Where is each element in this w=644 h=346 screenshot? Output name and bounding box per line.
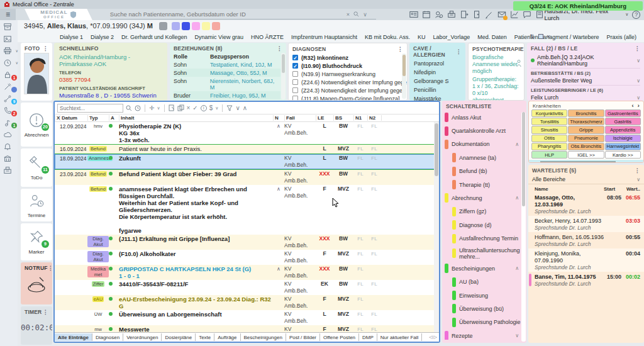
todo-card[interactable]: 11 ToDo [21,148,52,187]
schalter-item-befund-tb-[interactable]: Befund (tb) [442,165,526,178]
timeline-row[interactable]: eAU eAU-Erstbescheinigung 23.09.24 - 23.… [55,295,439,310]
diagnose-item[interactable]: ✓(I10.90) Bluthochdruck [289,62,407,70]
schalter-item-anlass-akut[interactable]: Anlass Akut [442,111,526,124]
view-tab-dynamic-view-grau[interactable]: Dynamic View grau [192,33,247,42]
schalter-item-abrechnung[interactable]: Abrechnung ∧ [442,191,526,204]
timeline-row[interactable]: Diag. Akut (F10.0) Alkoholkater KV Amb.B… [55,250,439,265]
emergency-button-icon[interactable] [26,275,47,294]
schalter-item-diagnose-d-[interactable]: Diagnose (d) [442,218,526,232]
clear-search-icon[interactable]: × [347,11,350,18]
fax-icon[interactable] [3,166,14,175]
edit-document-icon[interactable] [169,104,175,111]
patient-marker-chip[interactable] [192,22,200,30]
tab-scroll-arrows[interactable]: ◁ ▷ [429,335,439,340]
column-header-a[interactable]: A [109,115,119,121]
checkbox-icon[interactable] [292,71,298,77]
sort-icon[interactable]: ⇅ [530,33,535,40]
image-icon[interactable] [3,35,14,43]
schalter-item-überweisung-bü-[interactable]: Überweisung (bü) [442,302,526,315]
delete-icon[interactable]: × [187,104,191,111]
krankheit-button-bronchitis[interactable]: Bronchitis [568,109,604,117]
diagnosen-scrollbar[interactable] [402,53,406,99]
timeline-row[interactable]: Befund anamnsese Patient klagt über Erbr… [55,185,439,235]
patient-card-icon[interactable] [409,10,418,20]
filter-tab-diagnosen[interactable]: Diagnosen [92,333,123,341]
warteliste-row[interactable]: Hoffmann, Ben, 16.05.1936 Sprechstunde D… [528,232,644,248]
krankheit-button-thoraxschmerz[interactable]: Thoraxschmerz [568,118,604,125]
timeline-row[interactable]: Medika met GRIPPOSTAD C HARTKAPSELN HKP … [55,265,439,280]
krankheit-button-igel-[interactable]: IGEL >> [568,151,604,159]
krankheit-button-hlp[interactable]: HLP [531,151,567,159]
diagnose-item[interactable]: (Z24.6) Notwendigkeit einer Impfung gege… [289,78,407,86]
schalter-item-ultraschalluntersuchung-mehre-[interactable]: Ultraschalluntersuchung mehre... [442,245,526,262]
allergy-item[interactable]: Gelborange S [409,77,465,86]
timeline-row[interactable]: Diag. Akut (J11.1) Erkältung mit Grippe … [55,235,439,250]
column-header-n2[interactable]: N2 [367,115,381,121]
schalter-item-überweisung-pathologie[interactable]: Überweisung Pathologie [442,316,526,329]
fax-icon[interactable] [447,10,456,20]
patient-name[interactable]: Alles, Klaus [47,22,86,30]
signature-icon[interactable] [484,10,494,20]
column-header-le[interactable]: LE [316,115,333,121]
beziehungen-scrollbar[interactable] [281,53,286,99]
phone-icon[interactable]: 2 [3,106,14,115]
schalterliste-scrollbar[interactable] [521,112,526,342]
marker-card[interactable]: 9 Marker [21,223,52,260]
patient-phone[interactable]: 0385 77094 [55,75,166,84]
timeline-row[interactable]: 18.09.2024 Anamnese Zukunft KV Amb.Beh. … [55,154,439,169]
column-header-bs[interactable]: BS [333,115,353,121]
checkbox-icon[interactable]: ✓ [292,55,298,60]
warteliste-row[interactable]: Banse, Tim, 11.04.1975 Sprechstunde Dr. … [528,272,644,288]
logout-door-icon[interactable] [472,10,481,20]
column-header-datum[interactable]: Datum [60,115,87,121]
view-tab-hno-rzte[interactable]: HNO ÄRZTE [248,33,287,42]
close-small-icon[interactable]: × [547,33,550,40]
lock-icon[interactable]: 1 [3,70,14,79]
abrechnen-card[interactable]: 20 Abrechnen [21,103,52,147]
view-tab-med-daten[interactable]: Med. Daten [474,33,510,42]
timeline-search-input[interactable] [57,104,123,113]
foto-menu-icon[interactable]: ⋮ [43,47,48,50]
filter-tab-verordnungen[interactable]: Verordnungen [123,333,162,341]
collapse-icon[interactable]: ∧ [277,266,280,272]
beziehungen-row[interactable]: SohnNierenstein, Norbert, 68J, M [174,77,280,91]
column-header-n[interactable]: N [273,115,284,121]
beziehungen-menu-icon[interactable]: ⋮ [277,47,282,50]
timeline-row[interactable]: 16.09.2024 Befund Patient war heute in d… [55,145,439,153]
patient-marker-chip[interactable] [202,22,210,30]
warteliste-row[interactable]: Massage, Otto, 12.03.1969 Sprechstunde D… [528,193,644,216]
schalter-item-bescheinigungen[interactable]: Bescheinigungen ∧ [442,262,526,275]
filter-tab-aufträge[interactable]: Aufträge [214,333,240,341]
patient-avatar[interactable] [24,53,49,94]
view-tab-dr-gerhardt-und-kollegen[interactable]: Dr. Gerhardt und Kollegen [118,33,191,42]
view-tab-patientenmanagment-wartebere[interactable]: Patientenmanagment / Wartebere [511,33,602,42]
beziehungen-row[interactable]: BruderFreibier, Hugo, 95J, M [174,91,280,99]
cloud-icon[interactable] [3,130,14,139]
filter-tab-post-bilder[interactable]: Post / Bilder [286,333,320,341]
schalter-item-au-ba-[interactable]: AU (ba) [442,276,526,289]
krankheit-button-tonsillitis[interactable]: Tonsillitis [531,118,567,125]
krankheit-button-konjunktivitis[interactable]: Konjunktivitis [531,109,567,117]
mail-icon[interactable] [497,10,506,20]
patient-marker-chip[interactable] [212,22,220,30]
view-tab-praxis-alle-[interactable]: Praxis (alle) [603,33,640,42]
beziehungen-row[interactable]: SohnMassage, Otto, 55J, M [174,69,280,77]
view-tab-kb-mit-doku-ass-[interactable]: KB mit Doku. Ass. [362,33,413,42]
schalter-item-quartalskontrolle-arzt[interactable]: Quartalskontrolle Arzt [442,124,526,137]
schalter-item-therapie-tt-[interactable]: Therapie (tt) [442,178,526,191]
diagnose-item[interactable]: (N39.9) Harnwegserkrankung [289,70,407,78]
filter-tab-dmp[interactable]: DMP [359,333,377,341]
filter-tab-alle-einträge[interactable]: Alle Einträge [55,333,92,341]
diagnosen-menu-icon[interactable]: ⋮ [397,47,403,51]
checkbox-icon[interactable] [292,79,298,85]
termine-card[interactable]: Termine [21,189,52,221]
krankheit-button-ischialgie[interactable]: Ischialgie [605,135,641,142]
archive-icon[interactable] [3,23,14,31]
patient-marker-chip[interactable] [182,22,190,30]
schalter-item-dokumentation[interactable]: Dokumentation ∧ [442,138,526,151]
filter-tab-bescheinigungen[interactable]: Bescheinigungen [241,333,286,341]
schedule-icon[interactable]: ∨ [3,59,14,67]
patient-marker-chip[interactable] [172,22,180,30]
warteliste-filter-select[interactable]: Alle Bereiche∨ [528,175,644,184]
menu-icon[interactable]: ≡ [0,9,16,20]
